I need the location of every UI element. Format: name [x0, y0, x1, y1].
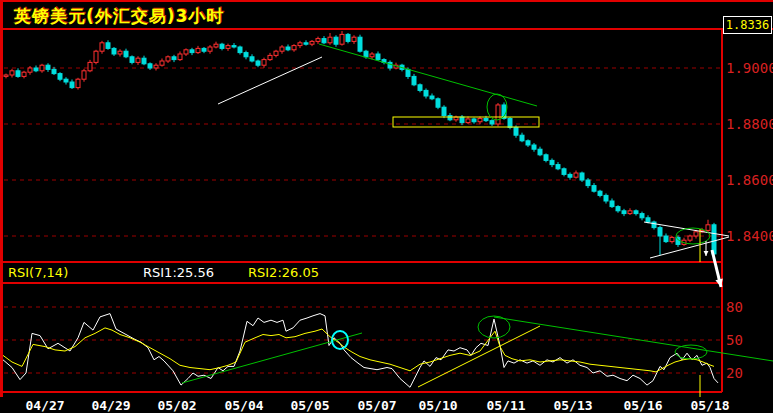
date-label: 05/13: [553, 398, 592, 413]
candle-down: [532, 145, 536, 149]
candle-up: [40, 65, 44, 71]
candle-up: [4, 75, 8, 76]
candle-down: [580, 173, 584, 180]
candle-up: [178, 54, 182, 60]
rsi-axis-label: 20: [726, 365, 743, 381]
candle-down: [58, 74, 62, 80]
candle-up: [352, 37, 356, 41]
chart-window: 英镑美元(外汇交易)3小时 1.8336 RSI(7,14) RSI1:25.5…: [0, 0, 773, 413]
candle-down: [430, 96, 434, 99]
rsi-axis-label: 80: [726, 299, 743, 315]
candle-down: [490, 121, 494, 124]
candle-up: [262, 60, 266, 66]
candle-down: [484, 118, 488, 120]
candle-down: [376, 54, 380, 60]
candle-up: [706, 225, 710, 231]
candle-up: [574, 173, 578, 177]
candle-down: [556, 165, 560, 169]
candle-down: [346, 34, 350, 41]
candle-down: [610, 201, 614, 207]
candle-up: [154, 65, 158, 68]
candle-down: [286, 47, 290, 50]
candle-up: [118, 51, 122, 54]
chart-canvas[interactable]: 1.90001.88001.86001.8400805020: [0, 0, 773, 413]
falling-trendline[interactable]: [319, 44, 537, 106]
candle-down: [442, 107, 446, 115]
candle-down: [658, 228, 662, 236]
candle-down: [592, 186, 596, 192]
price-axis-label: 1.8400: [726, 228, 773, 244]
candle-up: [76, 79, 80, 87]
date-label: 05/04: [224, 398, 263, 413]
candle-up: [28, 68, 32, 72]
candle-down: [526, 141, 530, 145]
candle-up: [268, 55, 272, 59]
candle-down: [64, 79, 68, 82]
candle-down: [142, 58, 146, 64]
candle-down: [616, 207, 620, 211]
price-axis-label: 1.8800: [726, 116, 773, 132]
date-label: 05/07: [357, 398, 396, 413]
candle-up: [478, 118, 482, 121]
rsi-double-bottom-circle[interactable]: [675, 345, 707, 359]
candle-up: [496, 105, 500, 124]
candle-down: [244, 53, 248, 57]
candle-down: [514, 127, 518, 135]
date-label: 05/11: [486, 398, 525, 413]
candle-down: [712, 225, 716, 254]
candle-up: [670, 237, 674, 241]
candle-up: [166, 57, 170, 61]
candle-down: [16, 71, 20, 77]
candle-down: [622, 211, 626, 214]
rsi-axis-label: 50: [726, 332, 743, 348]
candle-down: [448, 116, 452, 120]
date-label: 05/18: [690, 398, 729, 413]
candle-up: [628, 211, 632, 214]
candle-down: [586, 180, 590, 186]
candle-down: [202, 48, 206, 51]
candle-down: [364, 51, 368, 57]
candle-down: [52, 69, 56, 73]
candle-down: [664, 236, 668, 242]
candle-down: [538, 149, 542, 155]
candle-down: [250, 57, 254, 61]
candle-down: [232, 46, 236, 47]
rising-trendline[interactable]: [218, 57, 322, 104]
candle-down: [34, 68, 38, 71]
candle-up: [184, 50, 188, 54]
candle-down: [124, 51, 128, 57]
candle-down: [562, 169, 566, 175]
candle-up: [226, 46, 230, 49]
candle-up: [310, 41, 314, 44]
candle-down: [604, 195, 608, 201]
candle-up: [214, 44, 218, 47]
date-label: 05/02: [157, 398, 196, 413]
candle-up: [196, 48, 200, 52]
candle-up: [688, 236, 692, 240]
candle-up: [298, 43, 302, 46]
candle-up: [136, 58, 140, 62]
candle-up: [328, 37, 332, 43]
price-axis-label: 1.8600: [726, 172, 773, 188]
candle-down: [322, 39, 326, 43]
candle-down: [130, 57, 134, 63]
candle-down: [520, 135, 524, 141]
rsi1-line: [3, 314, 718, 388]
candle-down: [652, 222, 656, 228]
candle-down: [544, 155, 548, 161]
candle-down: [256, 61, 260, 65]
date-label: 05/05: [290, 398, 329, 413]
candle-down: [634, 211, 638, 214]
price-axis-label: 1.9000: [726, 60, 773, 76]
candle-down: [112, 48, 116, 54]
candle-down: [640, 214, 644, 218]
date-label: 05/16: [623, 398, 662, 413]
candle-down: [46, 65, 50, 69]
candle-up: [274, 51, 278, 55]
candle-up: [208, 47, 212, 51]
candle-down: [460, 117, 464, 123]
small-down-arrow-head: [704, 251, 709, 256]
candle-down: [70, 82, 74, 88]
rsi-yellow-trendline[interactable]: [418, 326, 540, 387]
date-label: 04/27: [25, 398, 64, 413]
